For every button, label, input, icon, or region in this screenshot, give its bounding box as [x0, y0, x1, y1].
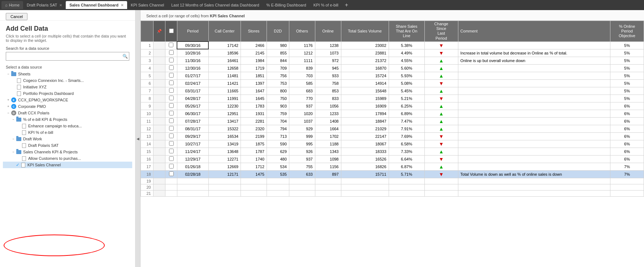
table-row[interactable]: 21	[141, 190, 644, 196]
stores-cell[interactable]	[241, 178, 267, 184]
period-cell[interactable]: 06/30/17	[177, 110, 208, 117]
tree-item-draft-polaris-sat[interactable]: · Draft Polaris SAT	[3, 142, 132, 149]
call-center-cell[interactable]: 13419	[208, 140, 241, 148]
checkbox-cell[interactable]	[165, 57, 177, 64]
tree-toggle-ccx-epmo[interactable]: +	[6, 98, 11, 102]
stores-cell[interactable]: 1712	[241, 163, 267, 170]
tab-last12[interactable]: Last 12 Months of Sales Channel data Das…	[168, 1, 263, 9]
d2d-cell[interactable]	[267, 190, 289, 196]
total-cell[interactable]: 15711	[341, 170, 389, 178]
tab-draft-polaris-close[interactable]: ✕	[59, 3, 62, 7]
table-row[interactable]: 804/28/17119911645750770833159895.21%▼5%	[141, 95, 644, 102]
online-cell[interactable]	[315, 178, 341, 184]
call-center-cell[interactable]: 11481	[208, 72, 241, 79]
period-cell[interactable]: 05/26/17	[177, 102, 208, 110]
d2d-cell[interactable]: 759	[267, 110, 289, 117]
tree-item-pct-ebill[interactable]: − % of e-bill KPI & Projects	[3, 116, 132, 123]
period-cell[interactable]: 04/28/17	[177, 95, 208, 102]
stores-cell[interactable]: 1719	[241, 64, 267, 72]
total-cell[interactable]: 22147	[341, 132, 389, 140]
add-tab-button[interactable]: +	[342, 2, 351, 8]
d2d-cell[interactable]: 903	[267, 102, 289, 110]
checkbox-cell[interactable]	[165, 72, 177, 79]
table-row[interactable]: 1511/24/171364817876299261343183337.33%▲…	[141, 148, 644, 155]
call-center-cell[interactable]: 12171	[208, 170, 241, 178]
checkbox-cell[interactable]	[165, 148, 177, 155]
row-checkbox[interactable]	[169, 65, 174, 70]
call-center-cell[interactable]: 12951	[208, 110, 241, 117]
d2d-cell[interactable]: 535	[267, 170, 289, 178]
row-checkbox[interactable]	[169, 80, 174, 85]
call-center-cell[interactable]: 17142	[208, 41, 241, 49]
online-cell[interactable]: 945	[315, 64, 341, 72]
stores-cell[interactable]: 1647	[241, 87, 267, 95]
d2d-cell[interactable]: 709	[267, 64, 289, 72]
checkbox-cell[interactable]	[165, 184, 177, 190]
table-row[interactable]: 703/31/17116651647800683853156485.45%▲5%	[141, 87, 644, 95]
others-cell[interactable]: 1176	[289, 41, 315, 49]
d2d-cell[interactable]	[267, 178, 289, 184]
total-cell[interactable]: 18847	[341, 117, 389, 125]
others-cell[interactable]	[289, 190, 315, 196]
others-cell[interactable]: 999	[289, 132, 315, 140]
table-row[interactable]: 602/24/17114211397753585758149145.08%▼5%	[141, 79, 644, 87]
checkbox-cell[interactable]	[165, 117, 177, 125]
row-checkbox[interactable]	[169, 141, 174, 146]
others-cell[interactable]: 683	[289, 87, 315, 95]
call-center-cell[interactable]: 18596	[208, 49, 241, 57]
tree-item-portfolio[interactable]: · Portfolio Projects Dashboard	[3, 90, 132, 97]
checkbox-cell[interactable]	[165, 178, 177, 184]
stores-cell[interactable]: 2145	[241, 49, 267, 57]
period-cell[interactable]: 10/27/17	[177, 140, 208, 148]
collapse-handle[interactable]: ◀	[135, 10, 141, 267]
total-cell[interactable]: 23002	[341, 41, 389, 49]
others-cell[interactable]	[289, 178, 315, 184]
total-cell[interactable]	[341, 190, 389, 196]
tab-home[interactable]: ⌂ Home	[1, 1, 23, 9]
total-cell[interactable]: 23881	[341, 49, 389, 57]
online-cell[interactable]: 1702	[315, 132, 341, 140]
period-cell[interactable]: 01/27/17	[177, 72, 208, 79]
online-cell[interactable]: 1073	[315, 49, 341, 57]
table-row[interactable]: 1309/29/171653421997139991702221477.69%▼…	[141, 132, 644, 140]
d2d-cell[interactable]: 750	[267, 95, 289, 102]
table-row[interactable]: 20	[141, 184, 644, 190]
d2d-cell[interactable]: 704	[267, 117, 289, 125]
online-cell[interactable]: 1056	[315, 102, 341, 110]
tree-toggle-corp-pmo[interactable]: +	[6, 105, 11, 108]
period-cell[interactable]: 10/28/16	[177, 49, 208, 57]
d2d-cell[interactable]: 980	[267, 41, 289, 49]
row-checkbox[interactable]	[169, 156, 174, 161]
total-cell[interactable]: 18067	[341, 140, 389, 148]
table-row[interactable]: 1701/26/181266917125347551156168266.87%▲…	[141, 163, 644, 170]
call-center-cell[interactable]: 11421	[208, 79, 241, 87]
total-cell[interactable]: 17894	[341, 110, 389, 117]
total-cell[interactable]: 14914	[341, 79, 389, 87]
checkbox-cell[interactable]	[165, 170, 177, 178]
row-checkbox[interactable]	[169, 88, 174, 93]
row-checkbox[interactable]	[169, 149, 174, 153]
call-center-cell[interactable]: 16534	[208, 132, 241, 140]
table-row[interactable]: 412/30/16126581719709839945168705.60%▲5%	[141, 64, 644, 72]
tab-kpi-sales[interactable]: KPI Sales Channel	[127, 1, 168, 9]
cancel-button[interactable]: Cancel	[6, 13, 27, 20]
total-cell[interactable]: 15648	[341, 87, 389, 95]
checkbox-cell[interactable]	[165, 49, 177, 57]
row-checkbox[interactable]	[169, 103, 174, 108]
stores-cell[interactable]: 1740	[241, 155, 267, 163]
tree-item-draft-work[interactable]: − Draft Work	[3, 136, 132, 142]
tree-toggle-pct-ebill[interactable]: −	[11, 118, 16, 121]
total-cell[interactable]: 16826	[341, 163, 389, 170]
period-cell[interactable]: 07/28/17	[177, 117, 208, 125]
online-cell[interactable]: 833	[315, 95, 341, 102]
call-center-cell[interactable]: 12658	[208, 64, 241, 72]
checkbox-cell[interactable]	[165, 140, 177, 148]
table-row[interactable]: 19	[141, 178, 644, 184]
tab-ebilling[interactable]: % E-Billing Dashboard	[263, 1, 310, 9]
stores-cell[interactable]: 1645	[241, 95, 267, 102]
grid-container[interactable]: 📌 Period Call Center Stores D2D Others O…	[141, 21, 644, 267]
others-cell[interactable]: 995	[289, 140, 315, 148]
checkbox-cell[interactable]	[165, 95, 177, 102]
call-center-cell[interactable]: 15322	[208, 125, 241, 132]
period-cell[interactable]: 11/24/17	[177, 148, 208, 155]
